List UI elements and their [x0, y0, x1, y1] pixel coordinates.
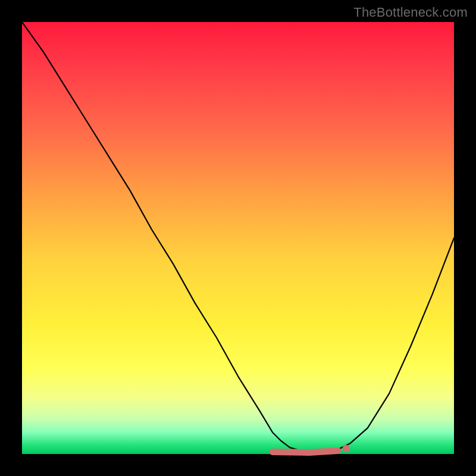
bottleneck-curve [22, 22, 454, 453]
optimal-range-end-dot [343, 444, 350, 452]
optimal-range-marker [273, 450, 337, 452]
chart-frame: TheBottleneck.com [0, 0, 476, 476]
chart-svg [0, 0, 476, 476]
watermark-text: TheBottleneck.com [353, 5, 468, 20]
